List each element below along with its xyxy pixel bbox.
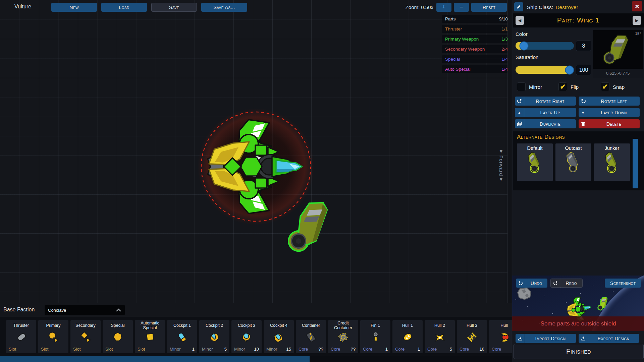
reset-zoom-button[interactable]: Reset: [471, 3, 507, 12]
part-palette: ThrusterSlotPrimarySlotSecondarySlotSpec…: [0, 317, 512, 356]
thruster-icon: [6, 330, 36, 344]
part-count-value: 1/4: [501, 57, 508, 62]
duplicate-button[interactable]: Duplicate: [515, 119, 576, 128]
load-button[interactable]: Load: [101, 3, 147, 12]
finished-button[interactable]: Finished: [514, 344, 644, 359]
export-design-button[interactable]: Export Design: [579, 334, 639, 343]
import-design-button[interactable]: Import Design: [516, 334, 576, 343]
part-count-value: 2/4: [501, 47, 508, 52]
part-count-value: 1/1: [501, 26, 508, 32]
unchecked-box-icon[interactable]: [517, 82, 526, 91]
delete-button[interactable]: Delete: [579, 119, 640, 128]
redo-button[interactable]: Redo: [550, 279, 583, 288]
export-icon: [579, 334, 588, 343]
ship-class-value: Destroyer: [555, 4, 578, 10]
palette-card-hull-3[interactable]: Hull 3Core10: [457, 320, 487, 353]
cost-tier-label: Minor: [202, 347, 213, 352]
palette-card-hull-2[interactable]: Hull 2Core5: [425, 320, 455, 353]
zoom-in-button[interactable]: +: [436, 3, 451, 12]
new-button[interactable]: New: [51, 3, 97, 12]
palette-card-hull[interactable]: HullCore: [489, 320, 512, 353]
palette-card-title: Hull 2: [425, 320, 455, 330]
color-slider[interactable]: [516, 42, 574, 50]
alt-design-outcast[interactable]: Outcast: [555, 143, 591, 181]
palette-card-hull-1[interactable]: Hull 1Core1: [392, 320, 423, 353]
palette-card-secondary[interactable]: SecondarySlot: [70, 320, 101, 353]
cockpit4-icon: [264, 330, 294, 344]
checkbox-snap[interactable]: ✔Snap: [601, 82, 625, 91]
checked-box-icon[interactable]: ✔: [558, 82, 567, 91]
edit-ship-class-button[interactable]: [514, 2, 523, 11]
save-button[interactable]: Save: [151, 3, 197, 12]
cost-tier-label: Core: [460, 347, 469, 352]
faction-bar: Base Faction Conclave: [0, 303, 512, 317]
palette-scrollbar-thumb[interactable]: [0, 356, 310, 362]
zoom-out-button[interactable]: −: [454, 3, 469, 12]
part-selector: ◀ Part: Wing 1 ▶: [513, 13, 644, 27]
checked-box-icon[interactable]: ✔: [601, 82, 609, 91]
palette-card-title: Primary: [38, 320, 68, 330]
palette-card-thruster[interactable]: ThrusterSlot: [6, 320, 36, 353]
palette-card-credit-container[interactable]: Credit ContainerCore??: [328, 320, 358, 353]
palette-card-container[interactable]: ContainerCore??: [296, 320, 326, 353]
part-count-row-primary-weapon: Primary Weapon1/3: [442, 35, 511, 43]
palette-card-cockpit-3[interactable]: Cockpit 3Minor10: [231, 320, 262, 353]
layer-down-button[interactable]: ▼Layer Down: [579, 108, 640, 117]
hull2-icon: [425, 330, 455, 344]
screenshot-button[interactable]: Screenshot: [605, 279, 641, 288]
saturation-label: Saturation: [516, 54, 538, 60]
faction-dropdown[interactable]: Conclave: [45, 305, 125, 315]
palette-scrollbar[interactable]: [0, 356, 512, 362]
ship-editor-app: Vulture New Load Save Save As... Zoom: 0…: [0, 0, 644, 362]
alt-design-junker[interactable]: Junker: [594, 143, 630, 181]
color-slider-thumb[interactable]: [520, 41, 529, 50]
part-type-label: Primary Weapon: [445, 37, 479, 42]
saturation-slider[interactable]: [516, 66, 574, 74]
hull4-icon: [489, 330, 512, 344]
palette-card-cockpit-2[interactable]: Cockpit 2Minor5: [199, 320, 229, 353]
part-count-row-secondary-weapon: Secondary Weapon2/4: [442, 45, 511, 53]
auto-special-icon: [135, 330, 165, 344]
layer-up-button[interactable]: ▲Layer Up: [515, 108, 576, 117]
undo-button[interactable]: Undo: [516, 279, 547, 288]
save-as-button[interactable]: Save As...: [201, 3, 247, 12]
palette-card-special[interactable]: SpecialSlot: [103, 320, 133, 353]
checkbox-label: Flip: [571, 84, 579, 90]
cost-tier-label: Slot: [9, 347, 16, 352]
palette-card-primary[interactable]: PrimarySlot: [38, 320, 68, 353]
alternate-designs-scrollbar[interactable]: [633, 139, 638, 188]
alt-design-default[interactable]: Default: [517, 143, 553, 181]
color-value[interactable]: 8: [576, 41, 591, 51]
next-part-button[interactable]: ▶: [633, 16, 641, 25]
saturation-slider-thumb[interactable]: [565, 65, 574, 74]
palette-card-cockpit-1[interactable]: Cockpit 1Minor1: [167, 320, 197, 353]
palette-card-cockpit-4[interactable]: Cockpit 4Minor15: [264, 320, 294, 353]
saturation-value[interactable]: 100: [576, 65, 591, 75]
palette-card-fin-1[interactable]: Fin 1Core1: [360, 320, 390, 353]
palette-card-title: Container: [296, 320, 326, 330]
container-icon: [296, 330, 326, 344]
design-canvas[interactable]: Vulture New Load Save Save As... Zoom: 0…: [0, 0, 512, 362]
checkbox-mirror[interactable]: Mirror: [517, 82, 542, 91]
palette-card-title: Cockpit 2: [199, 320, 229, 330]
palette-card-title: Hull: [489, 320, 512, 330]
special-icon: [103, 330, 133, 344]
secondary-icon: [70, 330, 101, 344]
palette-card-title: Hull 3: [457, 320, 487, 330]
rotate-right-button[interactable]: Rotate Right: [515, 97, 576, 106]
trash-icon: [579, 119, 588, 128]
cost-tier-label: Slot: [73, 347, 80, 352]
part-count-row-auto-special: Auto Special1/4: [442, 65, 511, 73]
palette-card-automatic-special[interactable]: Automatic SpecialSlot: [135, 320, 165, 353]
cost-tier-label: Core: [299, 347, 308, 352]
cost-value: 5: [450, 347, 452, 352]
ship-class-label: Ship Class:: [527, 4, 553, 10]
cost-tier-label: Slot: [105, 347, 113, 352]
hull1-icon: [392, 330, 423, 344]
cost-tier-label: Slot: [41, 347, 48, 352]
close-icon[interactable]: ×: [632, 1, 642, 11]
wing-preview: [597, 296, 610, 314]
rotate-left-button[interactable]: Rotate Left: [579, 97, 640, 106]
checkbox-flip[interactable]: ✔Flip: [558, 82, 579, 91]
selected-wing-part[interactable]: [286, 199, 337, 261]
